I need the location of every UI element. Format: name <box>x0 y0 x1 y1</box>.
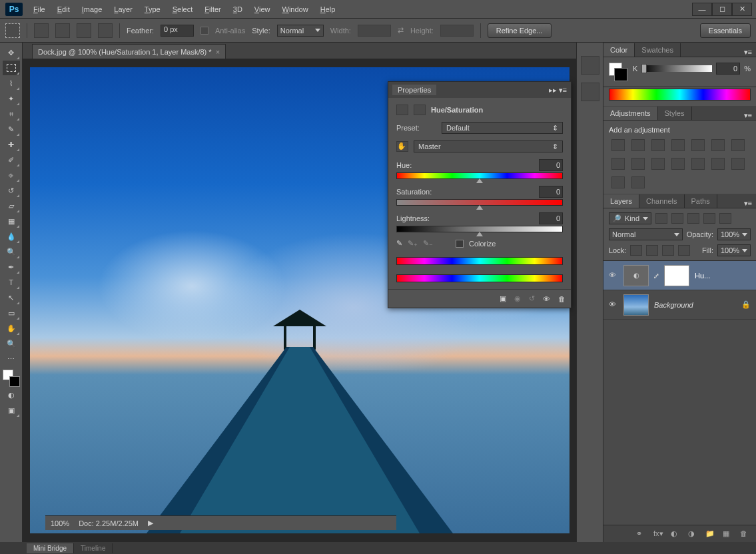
k-value[interactable]: 0 <box>716 63 740 75</box>
panel-menu-icon[interactable]: ▾≡ <box>740 199 756 208</box>
eyedropper-icon[interactable]: ✎ <box>396 239 402 248</box>
lock-pixel-icon[interactable] <box>646 245 658 256</box>
selection-subtract-icon[interactable] <box>77 23 91 38</box>
marquee-tool[interactable] <box>3 61 20 75</box>
filter-pixel-icon[interactable] <box>655 213 667 224</box>
minimize-button[interactable]: — <box>692 3 712 16</box>
collapse-panel-icon[interactable]: ▸▸ ▾≡ <box>549 86 567 95</box>
menu-file[interactable]: File <box>28 3 51 16</box>
delete-adjustment-icon[interactable]: 🗑 <box>558 295 566 303</box>
essentials-button[interactable]: Essentials <box>700 23 751 38</box>
reset-icon[interactable]: ↺ <box>529 294 535 303</box>
menu-layer[interactable]: Layer <box>109 3 138 16</box>
wand-tool[interactable]: ✦ <box>3 91 20 106</box>
lightness-slider[interactable] <box>396 226 563 232</box>
layer-row[interactable]: 👁 ◐ ⑇ Hu... <box>603 261 756 290</box>
style-dropdown[interactable]: Normal <box>277 25 324 37</box>
brightness-icon[interactable] <box>611 139 625 151</box>
path-tool[interactable]: ↖ <box>3 290 20 305</box>
menu-view[interactable]: View <box>249 3 276 16</box>
crop-tool[interactable]: ⌗ <box>3 107 20 121</box>
menu-select[interactable]: Select <box>167 3 198 16</box>
levels-icon[interactable] <box>631 139 645 151</box>
color-chip[interactable] <box>609 63 627 81</box>
dodge-tool[interactable]: 🔍 <box>3 244 20 259</box>
preset-dropdown[interactable]: Default⇕ <box>442 122 563 134</box>
mask-thumb[interactable] <box>664 265 689 286</box>
k-slider[interactable] <box>641 65 712 72</box>
blur-tool[interactable]: 💧 <box>3 229 20 244</box>
menu-help[interactable]: Help <box>315 3 341 16</box>
color-spectrum[interactable] <box>609 89 751 101</box>
healing-tool[interactable]: ✚ <box>3 137 20 152</box>
menu-type[interactable]: Type <box>139 3 166 16</box>
menu-image[interactable]: Image <box>77 3 108 16</box>
menu-filter[interactable]: Filter <box>199 3 226 16</box>
colorize-checkbox[interactable] <box>456 240 464 248</box>
clip-to-layer-icon[interactable]: ▣ <box>500 294 506 303</box>
hue-slider[interactable] <box>396 172 563 179</box>
swatches-tab[interactable]: Swatches <box>635 43 681 57</box>
lock-trans-icon[interactable] <box>630 245 642 256</box>
lasso-tool[interactable]: ⌇ <box>3 76 20 91</box>
visibility-icon[interactable]: 👁 <box>609 300 618 310</box>
quick-mask[interactable]: ◐ <box>3 388 20 402</box>
eyedropper-tool[interactable]: ✎ <box>3 122 20 137</box>
visibility-icon[interactable]: 👁 <box>609 271 618 280</box>
selection-add-icon[interactable] <box>55 23 70 38</box>
panel-menu-icon[interactable]: ▾≡ <box>740 111 756 120</box>
threshold-icon[interactable] <box>731 158 745 170</box>
fill-input[interactable]: 100% <box>717 244 751 256</box>
new-layer-icon[interactable]: ▦ <box>723 529 733 539</box>
zoom-tool[interactable]: 🔍 <box>3 336 20 351</box>
photo-filter-icon[interactable] <box>631 158 645 170</box>
exposure-icon[interactable] <box>671 139 685 151</box>
color-tab[interactable]: Color <box>603 43 635 57</box>
selection-intersect-icon[interactable] <box>98 23 113 38</box>
invert-icon[interactable] <box>691 158 705 170</box>
history-panel-icon[interactable] <box>581 56 599 75</box>
mask-icon[interactable]: ◐ <box>671 529 681 539</box>
close-button[interactable]: ✕ <box>732 3 752 16</box>
lock-all-icon[interactable] <box>678 245 690 256</box>
channel-mixer-icon[interactable] <box>651 158 665 170</box>
layer-name[interactable]: Hu... <box>695 272 710 280</box>
timeline-tab[interactable]: Timeline <box>74 543 113 553</box>
adjustment-layer-icon[interactable]: ◑ <box>688 529 699 539</box>
saturation-slider[interactable] <box>396 199 563 206</box>
color-range-bar-top[interactable] <box>396 257 563 265</box>
menu-3d[interactable]: 3D <box>228 3 248 16</box>
lightness-value[interactable]: 0 <box>539 212 563 224</box>
maximize-button[interactable]: ◻ <box>712 3 732 16</box>
screen-mode[interactable]: ▣ <box>3 403 20 417</box>
properties-panel-icon[interactable] <box>581 83 599 101</box>
edit-toolbar[interactable]: ⋯ <box>3 352 20 366</box>
refine-edge-button[interactable]: Refine Edge... <box>488 23 552 38</box>
bw-icon[interactable] <box>611 158 625 170</box>
selection-new-icon[interactable] <box>34 23 49 38</box>
group-icon[interactable]: 📁 <box>705 529 716 539</box>
color-range-bar-bottom[interactable] <box>396 274 563 282</box>
document-tab[interactable]: Dock.jpg @ 100% (Hue/Saturation 1, Layer… <box>32 44 226 59</box>
color-lookup-icon[interactable] <box>671 158 685 170</box>
mask-type-icon[interactable] <box>414 105 426 115</box>
hue-value[interactable]: 0 <box>539 159 563 171</box>
view-previous-icon[interactable]: ◉ <box>514 294 521 303</box>
hue-sat-icon[interactable] <box>711 139 725 151</box>
stamp-tool[interactable]: ⎆ <box>3 168 20 182</box>
fg-bg-color[interactable] <box>3 370 20 387</box>
toggle-visibility-icon[interactable]: 👁 <box>543 295 550 303</box>
close-tab-icon[interactable]: × <box>216 48 220 56</box>
hand-scrubber-icon[interactable]: ✋ <box>396 141 408 152</box>
curves-icon[interactable] <box>651 139 665 151</box>
channel-dropdown[interactable]: Master⇕ <box>414 140 563 152</box>
filter-adjust-icon[interactable] <box>671 213 683 224</box>
link-layers-icon[interactable]: ⚭ <box>636 529 647 539</box>
menu-window[interactable]: Window <box>277 3 314 16</box>
hand-tool[interactable]: ✋ <box>3 321 20 336</box>
posterize-icon[interactable] <box>711 158 725 170</box>
filter-shape-icon[interactable] <box>703 213 715 224</box>
properties-tab[interactable]: Properties <box>392 85 436 95</box>
fx-icon[interactable]: fx▾ <box>653 529 664 539</box>
layers-tab[interactable]: Layers <box>603 194 639 208</box>
